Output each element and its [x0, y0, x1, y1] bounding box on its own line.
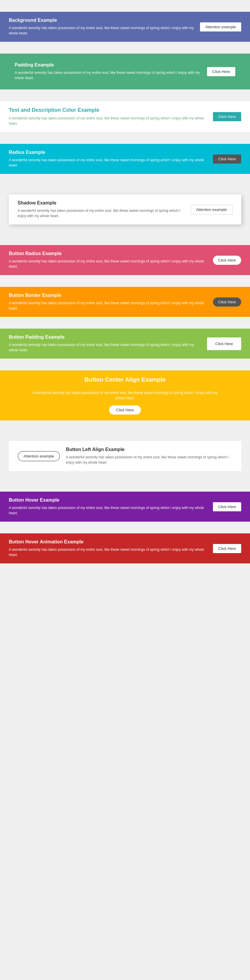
section-wrapper-radius-example: Radius ExampleA wonderful serenity has t…: [0, 144, 250, 174]
card-btn-center-example: Button Center Align ExampleA wonderful s…: [0, 371, 250, 420]
card-padding-example: Padding ExampleA wonderful serenity has …: [0, 54, 250, 89]
card-btn-hover-anim-example: Button Hover Animation ExampleA wonderfu…: [0, 533, 250, 563]
card-btn-radius-example: Button Radius ExampleA wonderful serenit…: [0, 245, 250, 275]
card-title-btn-center-example: Button Center Align Example: [84, 376, 166, 383]
final-gap: [0, 563, 250, 575]
card-desc-radius-example: A wonderful serenity has taken possessio…: [9, 158, 207, 168]
card-text-radius-example: Radius ExampleA wonderful serenity has t…: [9, 150, 207, 168]
card-desc-text-color-example: A wonderful serenity has taken possessio…: [9, 116, 207, 126]
section-gap: [0, 233, 250, 245]
card-text-btn-radius-example: Button Radius ExampleA wonderful serenit…: [9, 251, 207, 269]
card-text-btn-padding-example: Button Padding ExampleA wonderful sereni…: [9, 334, 201, 353]
card-desc-btn-radius-example: A wonderful serenity has taken possessio…: [9, 259, 207, 269]
card-background-example: Background ExampleA wonderful serenity h…: [0, 12, 250, 42]
card-desc-padding-example: A wonderful serenity has taken possessio…: [15, 70, 201, 81]
section-gap: [0, 480, 250, 492]
card-title-btn-padding-example: Button Padding Example: [9, 334, 201, 340]
card-text-background-example: Background ExampleA wonderful serenity h…: [9, 18, 194, 36]
cta-button-btn-center-example[interactable]: Click Here: [109, 406, 141, 415]
section-gap: [0, 420, 250, 432]
card-title-text-color-example: Text and Description Color Example: [9, 107, 207, 113]
card-desc-btn-left-example: A wonderful serenity has taken possessio…: [66, 455, 232, 465]
section-gap: [0, 42, 250, 54]
section-wrapper-btn-center-example: Button Center Align ExampleA wonderful s…: [0, 371, 250, 420]
card-title-radius-example: Radius Example: [9, 150, 207, 155]
cta-button-btn-radius-example[interactable]: Click Here: [213, 256, 241, 265]
card-title-btn-border-example: Button Border Example: [9, 293, 207, 298]
card-title-btn-hover-example: Button Hover Example: [9, 498, 207, 503]
card-title-btn-hover-anim-example: Button Hover Animation Example: [9, 539, 207, 544]
card-title-btn-left-example: Button Left Align Example: [66, 447, 232, 452]
card-desc-btn-center-example: A wonderful serenity has taken possessio…: [32, 390, 218, 401]
card-desc-btn-border-example: A wonderful serenity has taken possessio…: [9, 301, 207, 311]
section-wrapper-btn-hover-anim-example: Button Hover Animation ExampleA wonderfu…: [0, 533, 250, 563]
card-desc-btn-padding-example: A wonderful serenity has taken possessio…: [9, 342, 201, 353]
card-title-btn-radius-example: Button Radius Example: [9, 251, 207, 256]
card-text-btn-border-example: Button Border ExampleA wonderful serenit…: [9, 293, 207, 311]
cta-button-btn-left-example[interactable]: Attention example: [18, 451, 60, 461]
cta-button-text-color-example[interactable]: Click Here: [213, 112, 241, 121]
cta-button-btn-hover-anim-example[interactable]: Click Here: [213, 544, 241, 553]
card-text-btn-hover-example: Button Hover ExampleA wonderful serenity…: [9, 498, 207, 516]
section-wrapper-btn-border-example: Button Border ExampleA wonderful serenit…: [0, 287, 250, 317]
card-text-color-example: Text and Description Color ExampleA wond…: [0, 101, 250, 132]
card-btn-hover-example: Button Hover ExampleA wonderful serenity…: [0, 492, 250, 522]
section-gap: [0, 89, 250, 101]
card-text-btn-hover-anim-example: Button Hover Animation ExampleA wonderfu…: [9, 539, 207, 557]
card-title-shadow-example: Shadow Example: [18, 200, 185, 206]
section-gap: [0, 275, 250, 287]
card-shadow-example: Shadow ExampleA wonderful serenity has t…: [9, 194, 241, 224]
card-desc-btn-hover-example: A wonderful serenity has taken possessio…: [9, 505, 207, 516]
card-text-padding-example: Padding ExampleA wonderful serenity has …: [15, 62, 201, 81]
section-gap: [0, 522, 250, 533]
section-wrapper-btn-radius-example: Button Radius ExampleA wonderful serenit…: [0, 245, 250, 275]
section-wrapper-btn-hover-example: Button Hover ExampleA wonderful serenity…: [0, 492, 250, 522]
section-gap: [0, 359, 250, 371]
section-wrapper-shadow-example: Shadow ExampleA wonderful serenity has t…: [0, 186, 250, 233]
card-btn-left-example: Attention exampleButton Left Align Examp…: [9, 441, 241, 471]
cta-button-padding-example[interactable]: Click Here: [207, 67, 235, 76]
section-wrapper-text-color-example: Text and Description Color ExampleA wond…: [0, 101, 250, 132]
card-text-btn-left-example: Button Left Align ExampleA wonderful ser…: [66, 447, 232, 465]
card-text-text-color-example: Text and Description Color ExampleA wond…: [9, 107, 207, 126]
section-gap: [0, 0, 250, 12]
section-gap: [0, 132, 250, 144]
card-btn-padding-example: Button Padding ExampleA wonderful sereni…: [0, 329, 250, 359]
card-radius-example: Radius ExampleA wonderful serenity has t…: [0, 144, 250, 174]
cta-button-radius-example[interactable]: Click Here: [213, 154, 241, 164]
section-wrapper-background-example: Background ExampleA wonderful serenity h…: [0, 12, 250, 42]
card-text-shadow-example: Shadow ExampleA wonderful serenity has t…: [18, 200, 185, 219]
page-container: Background ExampleA wonderful serenity h…: [0, 0, 250, 575]
cta-button-background-example[interactable]: Attention example: [200, 22, 241, 32]
section-gap: [0, 317, 250, 329]
cta-button-shadow-example[interactable]: Attention example: [191, 205, 232, 215]
section-wrapper-btn-padding-example: Button Padding ExampleA wonderful sereni…: [0, 329, 250, 359]
card-btn-border-example: Button Border ExampleA wonderful serenit…: [0, 287, 250, 317]
cta-button-btn-padding-example[interactable]: Click Here: [207, 337, 241, 350]
card-title-background-example: Background Example: [9, 18, 194, 23]
card-desc-background-example: A wonderful serenity has taken possessio…: [9, 25, 194, 36]
cta-button-btn-hover-example[interactable]: Click Here: [213, 502, 241, 511]
card-desc-shadow-example: A wonderful serenity has taken possessio…: [18, 208, 185, 219]
section-wrapper-btn-left-example: Attention exampleButton Left Align Examp…: [0, 432, 250, 480]
cta-button-btn-border-example[interactable]: Click Here: [213, 298, 241, 307]
card-desc-btn-hover-anim-example: A wonderful serenity has taken possessio…: [9, 547, 207, 557]
section-wrapper-padding-example: Padding ExampleA wonderful serenity has …: [0, 54, 250, 89]
section-gap: [0, 174, 250, 186]
card-title-padding-example: Padding Example: [15, 62, 201, 68]
